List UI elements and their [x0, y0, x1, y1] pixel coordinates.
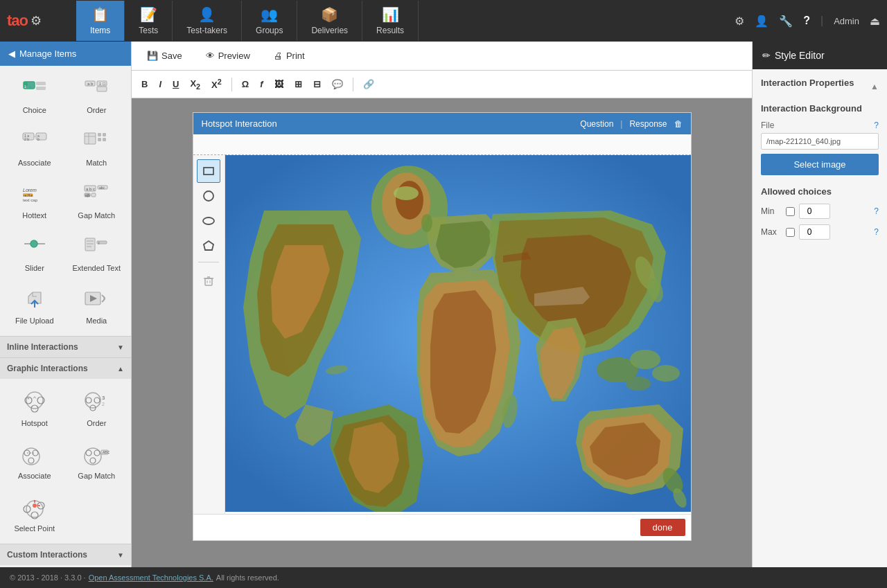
- settings-icon[interactable]: ⚙: [735, 15, 744, 28]
- sidebar-item-gapmatch[interactable]: a b c a|b abc Gap Match: [68, 177, 126, 225]
- sidebar-item-media[interactable]: Media: [68, 282, 126, 330]
- table-button[interactable]: ⊞: [290, 76, 306, 92]
- select-image-button[interactable]: Select image: [761, 154, 879, 175]
- comment-button[interactable]: 💬: [328, 76, 347, 92]
- custom-interactions-label: Custom Interactions: [7, 550, 87, 560]
- italic-button[interactable]: I: [155, 76, 166, 92]
- sidebar-item-graphic-selectpoint[interactable]: Select Point: [6, 490, 64, 538]
- print-label: Print: [286, 51, 305, 61]
- nav-results-label: Results: [376, 26, 404, 35]
- custom-interactions-section[interactable]: Custom Interactions ▼: [0, 544, 131, 565]
- print-button[interactable]: 🖨 Print: [267, 46, 312, 65]
- svg-point-56: [94, 398, 100, 403]
- min-help-icon[interactable]: ?: [874, 206, 879, 216]
- nav-deliveries-label: Deliveries: [311, 26, 348, 35]
- sidebar-item-graphic-associate[interactable]: Associate: [6, 437, 64, 485]
- done-button[interactable]: done: [640, 519, 685, 536]
- editor-toolbar: B I U X2 X2 Ω f 🖼 ⊞ ⊟ 💬 🔗: [132, 71, 752, 98]
- nav-item-test-takers[interactable]: 👤 Test-takers: [173, 1, 242, 41]
- sidebar-item-choice[interactable]: 1 a Choice: [6, 71, 64, 120]
- sidebar-item-graphic-hotspot[interactable]: Hotspot: [6, 384, 64, 433]
- svg-point-55: [86, 398, 91, 403]
- admin-link[interactable]: Admin: [834, 16, 859, 26]
- collapse-icon[interactable]: ▲: [870, 82, 879, 91]
- sidebar-item-extended-text[interactable]: I Extended Text: [68, 229, 126, 278]
- logout-icon[interactable]: ⏏: [870, 15, 880, 28]
- custom-interactions-arrow: ▼: [117, 551, 124, 559]
- save-icon: 💾: [147, 51, 158, 61]
- sidebar-item-graphic-order[interactable]: 3 2 Order: [68, 384, 126, 433]
- save-button[interactable]: 💾 Save: [140, 46, 189, 65]
- nav-item-deliveries[interactable]: 📦 Deliveries: [297, 1, 362, 41]
- max-input[interactable]: [799, 224, 830, 240]
- min-input[interactable]: [799, 204, 830, 219]
- special-chars-button[interactable]: Ω: [238, 76, 253, 92]
- text-input-area[interactable]: [193, 134, 691, 155]
- image-button[interactable]: 🖼: [270, 76, 288, 92]
- delete-shape-button[interactable]: [197, 269, 220, 293]
- sidebar-header-label: Manage Items: [19, 48, 76, 59]
- allowed-choices-label: Allowed choices: [761, 186, 879, 197]
- file-help-icon[interactable]: ?: [874, 121, 879, 130]
- link-button[interactable]: 🔗: [359, 76, 378, 92]
- graphic-interactions-label: Graphic Interactions: [7, 364, 88, 373]
- min-checkbox[interactable]: [786, 207, 795, 216]
- nav-item-groups[interactable]: 👥 Groups: [242, 1, 297, 41]
- svg-point-54: [85, 393, 100, 408]
- done-label: done: [653, 522, 673, 533]
- subscript-button[interactable]: X2: [186, 75, 204, 93]
- file-upload-icon: [21, 287, 49, 315]
- bold-button[interactable]: B: [137, 76, 152, 92]
- nav-item-tests[interactable]: 📝 Tests: [125, 1, 173, 41]
- svg-text:1: 1: [99, 82, 101, 86]
- rect-shape-button[interactable]: [197, 159, 220, 183]
- formula-button[interactable]: f: [256, 76, 267, 92]
- underline-button[interactable]: U: [168, 76, 183, 92]
- users-icon[interactable]: 👤: [755, 15, 769, 28]
- question-tab[interactable]: Question: [580, 119, 613, 129]
- max-checkbox[interactable]: [786, 228, 795, 237]
- graphic-interactions-section[interactable]: Graphic Interactions ▲: [0, 357, 131, 379]
- svg-text:ABC: ABC: [103, 450, 109, 454]
- sidebar-item-order[interactable]: a b 1 ☐ Order: [68, 71, 126, 120]
- table2-button[interactable]: ⊟: [309, 76, 325, 92]
- logo[interactable]: tao ⚙: [7, 12, 69, 30]
- nav-right: ⚙ 👤 🔧 ? | Admin ⏏: [735, 15, 880, 28]
- sidebar-item-match[interactable]: Match: [68, 124, 126, 172]
- company-link[interactable]: Open Assessment Technologies S.A.: [89, 573, 213, 582]
- wrench-icon[interactable]: 🔧: [779, 15, 793, 28]
- polygon-shape-button[interactable]: [197, 234, 220, 258]
- choice-icon: 1 a: [21, 77, 49, 105]
- nav-divider: |: [820, 15, 823, 27]
- interaction-background-label: Interaction Background: [761, 103, 879, 114]
- preview-button[interactable]: 👁 Preview: [199, 46, 257, 65]
- tests-icon: 📝: [140, 6, 157, 23]
- nav-item-items[interactable]: 📋 Items: [76, 1, 125, 41]
- delete-interaction-icon[interactable]: 🗑: [674, 119, 683, 129]
- choice-interactions-grid: 1 a Choice a b 1: [0, 66, 131, 336]
- sidebar-item-hottext[interactable]: Lorem re:Hot text cap Hottext: [6, 177, 64, 225]
- sidebar-graphic-selectpoint-label: Select Point: [14, 524, 55, 533]
- nav-item-results[interactable]: 📊 Results: [362, 1, 419, 41]
- interaction-body: [193, 155, 691, 514]
- sidebar-item-file-upload[interactable]: File Upload: [6, 282, 64, 330]
- svg-point-80: [203, 217, 214, 224]
- right-panel: ✏ Style Editor Interaction Properties ▲ …: [752, 42, 887, 567]
- help-icon[interactable]: ?: [803, 15, 810, 27]
- world-map-svg: [225, 155, 691, 512]
- sidebar-item-associate[interactable]: 1 a 2 b a b Associate: [6, 124, 64, 172]
- ellipse-shape-button[interactable]: [197, 209, 220, 233]
- copyright-text: © 2013 - 2018 · 3.3.0 ·: [10, 573, 86, 582]
- sidebar-item-graphic-gapmatch[interactable]: ABC Gap Match: [68, 437, 126, 485]
- sidebar-manage-items-header[interactable]: ◀ Manage Items: [0, 42, 131, 66]
- action-bar: 💾 Save 👁 Preview 🖨 Print: [132, 42, 752, 71]
- sidebar-item-slider[interactable]: Slider: [6, 229, 64, 278]
- max-help-icon[interactable]: ?: [874, 227, 879, 237]
- superscript-button[interactable]: X2: [207, 75, 226, 93]
- inline-interactions-section[interactable]: Inline Interactions ▼: [0, 336, 131, 357]
- circle-shape-button[interactable]: [197, 184, 220, 208]
- left-sidebar: ◀ Manage Items 1 a Choice: [0, 42, 132, 567]
- preview-icon: 👁: [206, 51, 215, 61]
- response-tab[interactable]: Response: [629, 119, 667, 129]
- media-icon: [82, 287, 110, 315]
